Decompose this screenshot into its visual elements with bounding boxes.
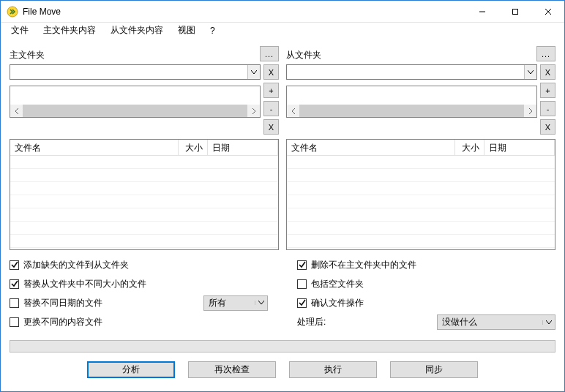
col-header-date[interactable]: 日期 — [208, 140, 278, 155]
svg-rect-1 — [512, 9, 517, 14]
scroll-left-icon[interactable] — [287, 105, 299, 117]
close-button[interactable] — [531, 1, 564, 22]
app-icon — [7, 6, 18, 18]
table-row — [10, 182, 278, 195]
checkbox-replace-content[interactable] — [10, 317, 19, 327]
chevron-down-icon — [542, 320, 555, 325]
slave-clear-button[interactable]: X — [540, 64, 555, 80]
menu-help[interactable]: ? — [204, 24, 221, 37]
slave-folder-label: 从文件夹 — [286, 49, 536, 61]
chevron-down-icon — [524, 65, 536, 79]
table-row — [10, 156, 278, 169]
sync-button[interactable]: 同步 — [390, 361, 478, 378]
slave-remove-button[interactable]: - — [540, 101, 555, 116]
scroll-right-icon[interactable] — [247, 105, 260, 117]
slave-file-grid[interactable]: 文件名 大小 日期 — [286, 139, 555, 250]
menu-bar: 文件 主文件夹内容 从文件夹内容 视图 ? — [1, 23, 564, 39]
slave-add-button[interactable]: + — [540, 83, 555, 98]
master-add-button[interactable]: + — [263, 83, 279, 98]
label-delete-missing: 删除不在主文件夹中的文件 — [311, 259, 416, 271]
master-folder-label: 主文件夹 — [10, 49, 260, 61]
table-row — [287, 182, 555, 195]
table-row — [287, 169, 555, 182]
checkbox-replace-size[interactable] — [10, 279, 19, 289]
status-bar — [10, 340, 555, 353]
checkbox-replace-date[interactable] — [10, 298, 19, 308]
master-panel: 主文件夹 ... X — [10, 46, 279, 250]
col-header-size[interactable]: 大小 — [179, 140, 208, 155]
execute-button[interactable]: 执行 — [289, 361, 377, 378]
chevron-down-icon — [247, 65, 260, 79]
scroll-left-icon[interactable] — [10, 105, 23, 117]
after-processing-label: 处理后: — [297, 316, 326, 328]
label-replace-content: 更换不同的内容文件 — [23, 316, 102, 328]
col-header-date[interactable]: 日期 — [484, 140, 555, 155]
after-processing-select[interactable]: 没做什么 — [437, 314, 555, 330]
options-left: 添加缺失的文件到从文件夹 替换从文件夹中不同大小的文件 替换不同日期的文件 所有 — [10, 257, 268, 330]
slave-browse-button[interactable]: ... — [536, 46, 555, 61]
master-browse-button[interactable]: ... — [260, 46, 279, 61]
table-row — [287, 195, 555, 208]
master-file-grid[interactable]: 文件名 大小 日期 — [10, 139, 279, 250]
slave-folder-combo[interactable] — [286, 64, 537, 80]
scroll-right-icon[interactable] — [524, 105, 536, 117]
master-clear-button[interactable]: X — [263, 64, 279, 80]
window-title: File Move — [23, 7, 61, 17]
master-folder-list[interactable] — [10, 86, 261, 118]
master-clear-list-button[interactable]: X — [263, 119, 279, 135]
horizontal-scrollbar[interactable] — [10, 105, 260, 117]
recheck-button[interactable]: 再次检查 — [188, 361, 276, 378]
label-add-missing: 添加缺失的文件到从文件夹 — [23, 259, 129, 271]
table-row — [287, 222, 555, 235]
menu-master-content[interactable]: 主文件夹内容 — [37, 23, 102, 38]
master-remove-button[interactable]: - — [263, 101, 279, 116]
table-row — [287, 156, 555, 169]
after-processing-value: 没做什么 — [438, 316, 542, 328]
col-header-filename[interactable]: 文件名 — [287, 140, 455, 155]
col-header-filename[interactable]: 文件名 — [10, 140, 179, 155]
horizontal-scrollbar[interactable] — [287, 105, 536, 117]
table-row — [287, 208, 555, 222]
options-right: 删除不在主文件夹中的文件 包括空文件夹 确认文件操作 处理后: 没做什么 — [275, 257, 555, 330]
label-replace-size: 替换从文件夹中不同大小的文件 — [23, 278, 146, 290]
slave-folder-value — [287, 65, 524, 79]
checkbox-delete-missing[interactable] — [297, 260, 307, 270]
checkbox-add-missing[interactable] — [10, 260, 19, 270]
slave-panel: 从文件夹 ... X — [286, 46, 555, 250]
label-replace-date: 替换不同日期的文件 — [23, 297, 102, 309]
master-folder-value — [10, 65, 247, 79]
checkbox-include-empty[interactable] — [297, 279, 307, 289]
menu-file[interactable]: 文件 — [5, 23, 34, 38]
table-row — [10, 235, 278, 248]
table-row — [287, 235, 555, 248]
table-row — [10, 169, 278, 182]
label-include-empty: 包括空文件夹 — [311, 278, 364, 290]
menu-view[interactable]: 视图 — [172, 23, 201, 38]
analyze-button[interactable]: 分析 — [87, 361, 175, 378]
label-confirm-ops: 确认文件操作 — [311, 297, 364, 309]
title-bar: File Move — [1, 1, 564, 23]
master-folder-combo[interactable] — [10, 64, 261, 80]
col-header-size[interactable]: 大小 — [455, 140, 484, 155]
slave-clear-list-button[interactable]: X — [540, 119, 555, 135]
menu-slave-content[interactable]: 从文件夹内容 — [105, 23, 169, 38]
checkbox-confirm-ops[interactable] — [297, 298, 307, 308]
table-row — [10, 222, 278, 235]
date-filter-select[interactable]: 所有 — [203, 295, 268, 311]
date-filter-value: 所有 — [204, 297, 255, 309]
table-row — [10, 195, 278, 208]
maximize-button[interactable] — [498, 1, 531, 22]
slave-folder-list[interactable] — [286, 86, 537, 118]
chevron-down-icon — [255, 301, 267, 305]
minimize-button[interactable] — [465, 1, 498, 22]
table-row — [10, 208, 278, 222]
